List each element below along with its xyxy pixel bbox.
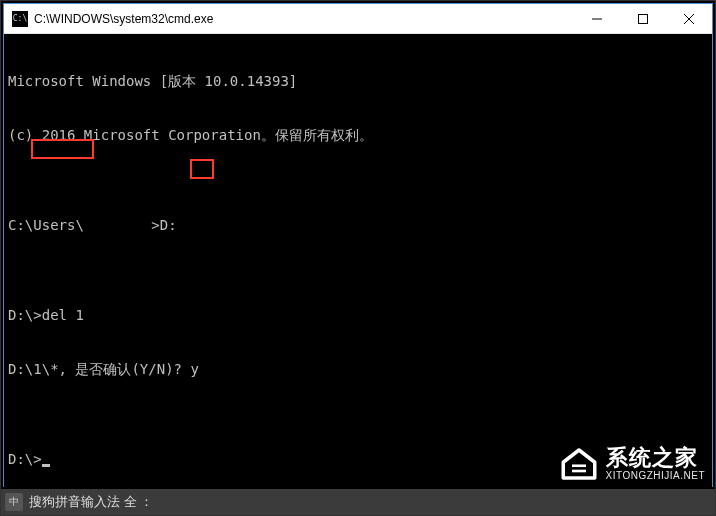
terminal-line: D:\>del 1 bbox=[8, 306, 708, 324]
cmd-icon: C:\ bbox=[12, 11, 28, 27]
terminal-line: D:\1\*, 是否确认(Y/N)? y bbox=[8, 360, 708, 378]
ime-icon: 中 bbox=[5, 493, 23, 511]
close-button[interactable] bbox=[666, 4, 712, 34]
prompt-text: D:\> bbox=[8, 451, 42, 467]
terminal-line: C:\Users\ >D: bbox=[8, 216, 708, 234]
terminal-line: (c) 2016 Microsoft Corporation。保留所有权利。 bbox=[8, 126, 708, 144]
titlebar[interactable]: C:\ C:\WINDOWS\system32\cmd.exe bbox=[4, 4, 712, 34]
terminal-line: Microsoft Windows [版本 10.0.14393] bbox=[8, 72, 708, 90]
minimize-button[interactable] bbox=[574, 4, 620, 34]
terminal-area[interactable]: Microsoft Windows [版本 10.0.14393] (c) 20… bbox=[4, 34, 712, 516]
highlight-box-y bbox=[190, 159, 214, 179]
cursor bbox=[42, 464, 50, 467]
svg-rect-1 bbox=[639, 14, 648, 23]
ime-label: 搜狗拼音输入法 全 ： bbox=[29, 493, 153, 511]
ime-bar[interactable]: 中 搜狗拼音输入法 全 ： bbox=[1, 489, 715, 515]
window-controls bbox=[574, 4, 712, 34]
terminal-line: D:\> bbox=[8, 450, 708, 468]
window-title: C:\WINDOWS\system32\cmd.exe bbox=[34, 12, 574, 26]
maximize-button[interactable] bbox=[620, 4, 666, 34]
cmd-window: C:\ C:\WINDOWS\system32\cmd.exe Microsof… bbox=[3, 3, 713, 487]
